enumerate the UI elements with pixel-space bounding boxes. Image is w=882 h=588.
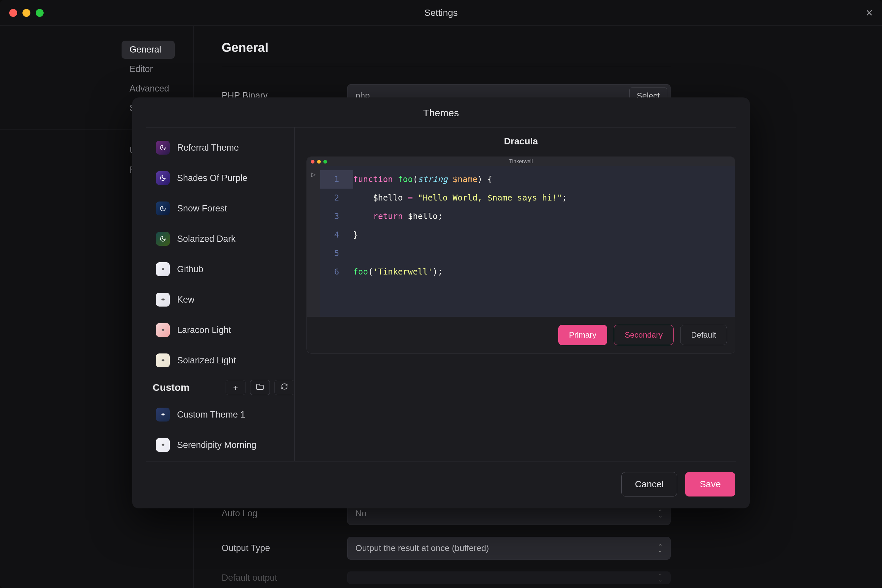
custom-header-title: Custom [153,382,190,393]
modal-body: Referral ThemeShades Of PurpleSnow Fores… [132,128,750,461]
refresh-button[interactable] [274,380,294,395]
theme-item[interactable]: ✦Solarized Light [152,349,294,372]
code-line: foo('Tinkerwell'); [353,262,735,281]
cancel-button[interactable]: Cancel [621,472,677,496]
open-folder-button[interactable] [250,380,270,395]
sidebar-item-label: General [129,45,161,54]
select-value: Output the result at once (buffered) [356,543,489,553]
code-line: function foo(string $name) { [353,170,735,189]
moon-icon [156,201,170,215]
row-label: Output Type [222,543,347,554]
line-number: 4 [320,226,353,244]
titlebar: Settings × [0,0,882,26]
moon-icon [156,171,170,185]
output-type-select[interactable]: Output the result at once (buffered) ⌃⌄ [347,537,670,560]
moon-icon [156,232,170,246]
theme-item[interactable]: Solarized Dark [152,227,294,250]
run-gutter: ▷ [307,166,320,317]
run-icon[interactable]: ▷ [311,171,316,178]
sidebar-item-label: Advanced [129,84,169,93]
line-gutter: 1 2 3 4 5 6 [320,166,353,317]
theme-label: Custom Theme 1 [177,410,246,420]
sidebar-item-editor[interactable]: Editor [122,60,175,78]
editor-titlebar: Tinkerwell [307,157,735,166]
window-title: Settings [0,8,882,18]
theme-item[interactable]: Shades Of Purple [152,166,294,190]
code-line: $hello = "Hello World, $name says hi!"; [353,189,735,207]
theme-label: Serendipity Morning [177,440,256,450]
theme-item[interactable]: ✦Kew [152,288,294,311]
modal-footer: Cancel Save [132,462,750,508]
primary-button[interactable]: Primary [558,325,608,345]
sparkle-icon: ✦ [156,438,170,452]
minimize-window-button[interactable] [22,9,30,17]
theme-item[interactable]: ✦Serendipity Morning [152,434,294,456]
theme-label: Shades Of Purple [177,173,248,183]
row-label: Default output [222,573,347,583]
page-title: General [222,40,670,55]
row-field: Output the result at once (buffered) ⌃⌄ [347,537,670,560]
moon-icon [156,141,170,154]
theme-label: Kew [177,295,195,305]
close-window-button[interactable] [9,9,17,17]
sparkle-icon: ✦ [156,408,170,422]
sidebar-item-advanced[interactable]: Advanced [122,80,175,98]
row-default-output: Default output ⌃⌄ [222,572,670,584]
theme-label: Github [177,264,204,274]
editor-preview: Tinkerwell ▷ 1 2 3 4 5 6 functi [306,157,735,354]
theme-label: Solarized Dark [177,234,236,244]
custom-section-header: Custom ＋ [153,380,294,395]
default-output-select[interactable]: ⌃⌄ [347,572,670,584]
line-number: 6 [320,262,353,281]
theme-list[interactable]: Referral ThemeShades Of PurpleSnow Fores… [146,128,295,461]
theme-label: Solarized Light [177,356,236,366]
plus-icon: ＋ [232,382,240,393]
preview-actions: Primary Secondary Default [307,317,735,353]
theme-item[interactable]: ✦Laracon Light [152,318,294,342]
theme-label: Snow Forest [177,204,227,214]
editor-area: ▷ 1 2 3 4 5 6 function foo(string $name)… [307,166,735,317]
theme-item[interactable]: Referral Theme [152,136,294,159]
themes-modal: Themes Referral ThemeShades Of PurpleSno… [132,98,750,508]
theme-item[interactable]: ✦Github [152,258,294,281]
sparkle-icon: ✦ [156,323,170,337]
traffic-lights [9,9,44,17]
theme-label: Laracon Light [177,325,231,335]
chevron-up-down-icon: ⌃⌄ [657,510,663,517]
row-label: Auto Log [222,508,347,519]
close-icon[interactable]: × [866,6,873,20]
theme-item[interactable]: ✦Custom Theme 1 [152,403,294,426]
row-output-type: Output Type Output the result at once (b… [222,537,670,560]
line-number: 2 [320,189,353,207]
sidebar-item-general[interactable]: General [122,40,175,59]
add-theme-button[interactable]: ＋ [226,380,246,395]
theme-label: Referral Theme [177,143,239,153]
preview-pane: Dracula Tinkerwell ▷ 1 2 [295,128,750,461]
save-button[interactable]: Save [685,472,735,496]
theme-item[interactable]: Snow Forest [152,197,294,220]
sparkle-icon: ✦ [156,292,170,306]
secondary-button[interactable]: Secondary [614,325,674,345]
editor-title: Tinkerwell [307,159,735,165]
folder-icon [256,383,264,392]
refresh-icon [281,383,288,392]
row-field: ⌃⌄ [347,572,670,584]
code-area[interactable]: function foo(string $name) { $hello = "H… [353,166,735,317]
maximize-window-button[interactable] [36,9,44,17]
code-line [353,244,735,262]
select-value: No [356,508,366,518]
sidebar-item-label: Editor [129,64,153,74]
chevron-up-down-icon: ⌃⌄ [657,545,663,552]
code-line: } [353,226,735,244]
sparkle-icon: ✦ [156,354,170,368]
modal-title: Themes [132,98,750,127]
sparkle-icon: ✦ [156,262,170,276]
line-number: 3 [320,207,353,226]
chevron-up-down-icon: ⌃⌄ [657,574,663,581]
default-button[interactable]: Default [680,325,727,345]
code-line: return $hello; [353,207,735,226]
divider [222,67,670,67]
preview-theme-name: Dracula [306,136,735,147]
line-number: 5 [320,244,353,262]
line-number: 1 [320,170,353,189]
